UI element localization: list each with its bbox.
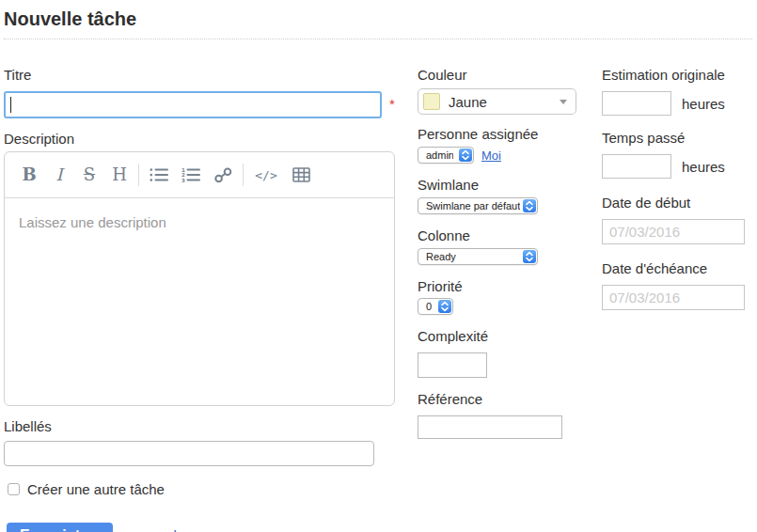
assignee-label: Personne assignée [418,126,576,142]
editor-toolbar: B I S H [5,152,394,198]
chevron-down-icon [560,100,567,104]
due-date-label: Date d'échéance [602,260,752,276]
reference-label: Référence [418,391,576,407]
title-field-row: * [4,91,395,118]
title-label: Titre [4,67,395,83]
start-date-label: Date de début [602,195,752,211]
assignee-row: admin Moi [418,147,576,164]
priority-label: Priorité [418,278,576,294]
link-icon[interactable] [207,167,239,183]
left-column: Titre * Description B I S H [4,67,395,532]
original-estimate-label: Estimation originale [602,67,752,83]
numbered-list-icon[interactable]: 123 [175,167,207,182]
toolbar-divider [243,164,244,186]
heading-icon[interactable]: H [104,165,134,184]
time-spent-label: Temps passé [602,130,752,146]
due-date-input[interactable] [602,285,745,310]
page-title: Nouvelle tâche [4,6,752,39]
code-icon[interactable]: </> [247,168,285,182]
swimlane-selected-value: Swimlane par défaut [426,200,520,211]
toolbar-divider [138,164,139,186]
labels-label: Libellés [4,418,395,434]
swimlane-select[interactable]: Swimlane par défaut [418,197,538,214]
complexity-label: Complexité [418,328,576,344]
or-text: ou [121,527,137,532]
form-actions: Enregistrer ou annuler [4,523,395,532]
hours-suffix: heures [682,96,725,112]
assignee-selected-value: admin [426,149,453,161]
create-another-label: Créer une autre tâche [27,481,165,497]
select-stepper-icon [438,300,451,313]
time-spent-input[interactable] [602,154,671,179]
time-spent-row: heures [602,154,752,179]
title-input[interactable] [4,91,382,118]
description-editor: B I S H [4,151,395,406]
description-placeholder: Laissez une description [19,214,166,230]
color-swatch-yellow [423,93,440,110]
priority-select[interactable]: 0 [418,298,453,315]
select-stepper-icon [523,199,536,212]
save-button[interactable]: Enregistrer [7,523,113,532]
bullet-list-icon[interactable] [143,167,175,182]
swimlane-label: Swimlane [418,177,576,193]
svg-text:3: 3 [181,178,185,182]
assignee-select[interactable]: admin [418,147,474,164]
form-columns: Titre * Description B I S H [4,67,752,532]
color-label: Couleur [418,67,576,83]
start-date-input[interactable] [602,219,745,244]
column-selected-value: Ready [426,251,456,262]
select-stepper-icon [459,149,472,162]
priority-selected-value: 0 [426,301,432,312]
color-selected-value: Jaune [449,94,487,110]
column-select[interactable]: Ready [418,248,538,265]
select-stepper-icon [523,250,536,263]
middle-column: Couleur Jaune Personne assignée admin Mo… [418,67,576,439]
color-select[interactable]: Jaune [418,88,576,115]
hours-suffix: heures [682,159,725,175]
new-task-page: Nouvelle tâche Titre * Description B I S… [0,0,757,532]
original-estimate-input[interactable] [602,91,671,116]
cancel-link[interactable]: annuler [142,527,189,532]
description-label: Description [4,131,395,147]
assign-me-link[interactable]: Moi [481,149,501,163]
required-asterisk: * [389,96,395,112]
complexity-input[interactable] [418,352,487,378]
create-another-checkbox[interactable] [8,483,20,495]
italic-icon[interactable]: I [44,165,74,184]
table-icon[interactable] [285,167,317,182]
description-textarea[interactable]: Laissez une description [5,198,394,405]
create-another-row: Créer une autre tâche [4,481,395,497]
labels-input[interactable] [4,441,374,466]
original-estimate-row: heures [602,91,752,116]
strikethrough-icon[interactable]: S [74,165,104,184]
column-label: Colonne [418,227,576,243]
bold-icon[interactable]: B [14,165,44,184]
reference-input[interactable] [418,415,562,439]
text-caret [10,97,11,113]
right-column: Estimation originale heures Temps passé … [602,67,752,310]
